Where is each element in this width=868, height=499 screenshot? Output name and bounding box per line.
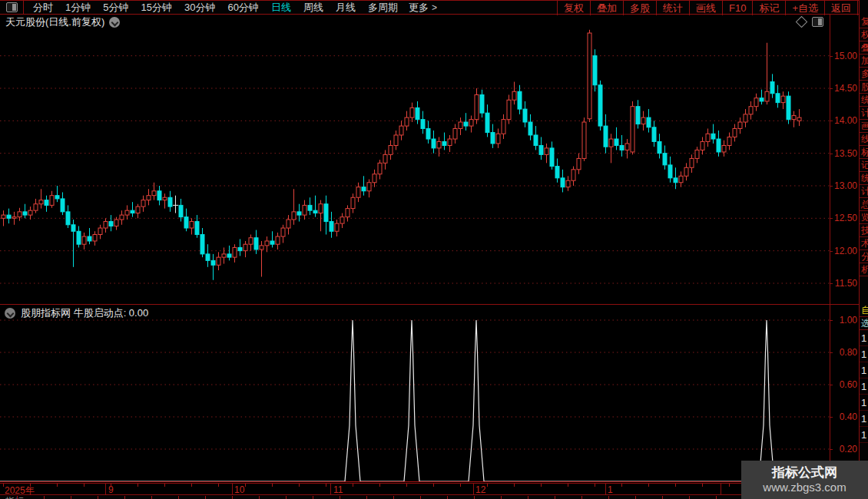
price-axis-label: 15.00 [831, 51, 857, 61]
right-strip-cell[interactable]: 总 [860, 198, 868, 211]
timeline-tick [218, 484, 219, 487]
bottom-row-tick [501, 496, 502, 499]
axis-tick [830, 218, 833, 219]
panel-toggle-icon[interactable] [812, 17, 823, 27]
action-button-F10[interactable]: F10 [722, 1, 752, 15]
action-button-多股[interactable]: 多股 [623, 1, 656, 15]
bottom-row-tick [474, 496, 475, 499]
price-axis-label: 14.00 [831, 116, 857, 126]
timeline-tick [164, 484, 165, 487]
more-periods-button[interactable]: 更多> [404, 1, 442, 14]
action-button-标记[interactable]: 标记 [752, 1, 785, 15]
bottom-row-tick [151, 496, 152, 499]
axis-tick [830, 417, 833, 418]
indicator-axis-label: 1.00 [831, 316, 857, 326]
right-strip-cell[interactable]: 析 [860, 263, 868, 276]
indicator-axis-label: 0.20 [831, 444, 857, 454]
diamond-icon[interactable] [796, 16, 808, 28]
timeline-tick [460, 484, 461, 487]
right-strip-cell[interactable]: 计 [860, 107, 868, 120]
timeline-tick [245, 484, 246, 487]
right-strip-digit: 1 [860, 427, 868, 443]
timeline-label: 12 [475, 484, 485, 495]
watermark-url: www.zbgs3.com [763, 481, 846, 494]
axis-tick [830, 121, 833, 121]
sidebar-toggle-button[interactable] [0, 1, 24, 14]
watermark-badge: 指标公式网 www.zbgs3.com [741, 461, 868, 499]
right-strip-cell[interactable]: 统 [860, 94, 868, 107]
more-label: 更多 [409, 2, 429, 13]
axis-tick [830, 88, 833, 89]
sidebar-toggle-icon [6, 2, 18, 12]
action-button-画线[interactable]: 画线 [689, 1, 722, 15]
timeline-tick [191, 484, 192, 487]
timeline-tick [541, 484, 542, 487]
bottom-row-tick [178, 496, 179, 499]
right-strip-cell[interactable]: 多 [860, 68, 868, 81]
right-strip-cell[interactable]: 术 [860, 237, 868, 250]
right-strip-cell[interactable]: 线 [860, 133, 868, 146]
indicator-axis-label: 0.80 [831, 348, 857, 358]
right-strip-cell[interactable]: 复 [860, 15, 868, 28]
indicator-chart[interactable] [0, 304, 830, 483]
right-strip-cell[interactable]: 记 [860, 159, 868, 172]
right-strip-cell[interactable]: 股 [860, 81, 868, 94]
action-button-+自选[interactable]: +自选 [785, 1, 824, 15]
action-group: 复权叠加多股统计画线F10标记+自选返回 [557, 1, 858, 15]
price-axis-label: 12.50 [831, 213, 857, 223]
right-strip-cell[interactable]: 标 [860, 146, 868, 159]
chevron-right-icon: > [429, 2, 437, 13]
period-button-1分钟[interactable]: 1分钟 [59, 1, 97, 14]
right-strip-cell[interactable]: 分 [860, 250, 868, 263]
title-chevron-down-icon[interactable] [109, 17, 120, 28]
timeline-tick [621, 484, 622, 487]
right-strip-cell[interactable]: 叠 [860, 41, 868, 55]
right-strip-cell[interactable]: 技 [860, 224, 868, 237]
watermark-title: 指标公式网 [772, 465, 837, 481]
period-button-分时[interactable]: 分时 [27, 1, 59, 14]
bottom-row-tick [44, 496, 45, 499]
timeline-tick [514, 484, 515, 487]
right-strip-cell[interactable]: 计 [860, 185, 868, 198]
right-strip-cell[interactable]: 权 [860, 28, 868, 41]
price-axis-label: 13.50 [831, 149, 857, 159]
timeline-axis[interactable]: 2025年91011121 [0, 483, 830, 495]
period-button-周线[interactable]: 周线 [297, 1, 330, 14]
action-button-复权[interactable]: 复权 [557, 1, 590, 15]
title-row-icons [797, 17, 823, 27]
period-button-多周期[interactable]: 多周期 [362, 1, 404, 14]
period-button-60分钟[interactable]: 60分钟 [221, 1, 264, 14]
action-button-叠加[interactable]: 叠加 [590, 1, 623, 15]
timeline-label: 10 [234, 484, 244, 495]
timeline-month-separator [721, 484, 721, 495]
price-axis-label: 11.50 [831, 279, 857, 289]
period-button-15分钟[interactable]: 15分钟 [134, 1, 177, 14]
period-button-月线[interactable]: 月线 [330, 1, 362, 14]
right-strip-cell[interactable]: 加 [860, 55, 868, 68]
right-strip-cell[interactable]: 统 [860, 172, 868, 185]
candlestick-chart[interactable] [0, 29, 830, 304]
period-button-日线[interactable]: 日线 [265, 1, 297, 14]
indicator-chevron-down-icon[interactable] [5, 308, 15, 319]
action-button-统计[interactable]: 统计 [656, 1, 689, 15]
timeline-label: 11 [333, 484, 343, 495]
period-button-30分钟[interactable]: 30分钟 [178, 1, 221, 14]
timeline-month-separator [473, 484, 474, 495]
bottom-row-tick [340, 496, 340, 499]
timeline-tick [702, 484, 703, 487]
timeline-tick [326, 484, 326, 487]
right-strip-cell[interactable]: 选 [860, 317, 868, 330]
right-strip-cell[interactable]: 览 [860, 211, 868, 224]
period-button-5分钟[interactable]: 5分钟 [97, 1, 134, 14]
timeline-month-separator [605, 484, 606, 495]
price-axis-label: 12.00 [831, 246, 857, 256]
right-strip-digit: 1 [860, 362, 868, 378]
right-strip-cell[interactable]: 画 [860, 120, 868, 133]
action-button-返回[interactable]: 返回 [824, 1, 858, 15]
indicator-label: 股朋指标网 牛股启动点: 0.00 [21, 306, 148, 320]
timeline-tick [137, 484, 138, 487]
axis-tick [830, 56, 833, 57]
right-strip-cell-highlight[interactable]: 自 [860, 304, 868, 317]
axis-tick [830, 449, 833, 450]
timeline-tick [595, 484, 595, 487]
